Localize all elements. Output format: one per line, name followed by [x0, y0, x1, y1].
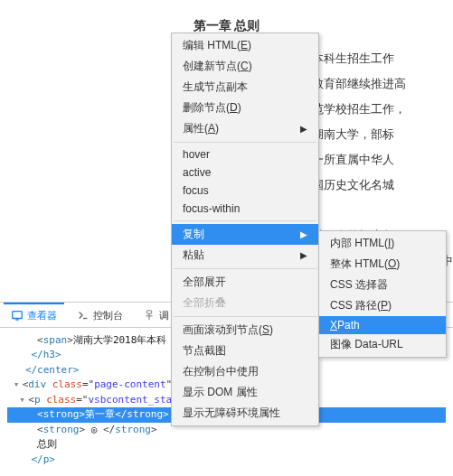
- menu-delete-node[interactable]: 删除节点(D): [172, 98, 318, 118]
- inspector-icon: [11, 309, 24, 322]
- menu-focus-within[interactable]: focus-within: [172, 200, 318, 218]
- menu-hover[interactable]: hover: [172, 145, 318, 163]
- menu-attributes[interactable]: 属性(A)▶: [172, 118, 318, 139]
- submenu-css-selector[interactable]: CSS 选择器: [319, 275, 446, 295]
- tab-label: 控制台: [93, 309, 123, 322]
- separator: [174, 142, 316, 143]
- submenu-xpath[interactable]: XPath: [319, 316, 446, 334]
- menu-collapse-all: 全部折叠: [172, 293, 318, 313]
- submenu-outer-html[interactable]: 整体 HTML(O): [319, 254, 446, 275]
- tab-inspector[interactable]: 查看器: [4, 303, 64, 327]
- chevron-right-icon: ▶: [300, 124, 307, 134]
- separator: [174, 220, 316, 221]
- menu-focus[interactable]: focus: [172, 182, 318, 200]
- tab-label: 查看器: [27, 309, 57, 322]
- menu-edit-html[interactable]: 编辑 HTML(E): [172, 35, 318, 56]
- chevron-right-icon: ▶: [300, 250, 307, 260]
- separator: [174, 268, 316, 269]
- menu-scroll-to-node[interactable]: 画面滚动到节点(S): [172, 320, 318, 341]
- tab-label: 调: [159, 309, 169, 322]
- submenu-image-data-url[interactable]: 图像 Data-URL: [319, 334, 446, 355]
- menu-duplicate[interactable]: 生成节点副本: [172, 77, 318, 98]
- debugger-icon: [143, 309, 156, 322]
- menu-show-a11y[interactable]: 显示无障碍环境属性: [172, 403, 318, 424]
- tab-console[interactable]: 控制台: [70, 303, 130, 327]
- svg-rect-3: [146, 311, 151, 314]
- menu-show-dom[interactable]: 显示 DOM 属性: [172, 382, 318, 403]
- console-icon: [77, 309, 90, 322]
- menu-create-node[interactable]: 创建新节点(C): [172, 56, 318, 77]
- submenu-inner-html[interactable]: 内部 HTML(I): [319, 233, 446, 254]
- copy-submenu: 内部 HTML(I) 整体 HTML(O) CSS 选择器 CSS 路径(P) …: [318, 230, 447, 358]
- submenu-css-path[interactable]: CSS 路径(P): [319, 295, 446, 316]
- menu-active[interactable]: active: [172, 163, 318, 182]
- svg-rect-1: [15, 319, 19, 320]
- context-menu: 编辑 HTML(E) 创建新节点(C) 生成节点副本 删除节点(D) 属性(A)…: [171, 33, 319, 426]
- chevron-right-icon: ▶: [300, 229, 307, 239]
- menu-copy[interactable]: 复制▶: [172, 224, 318, 245]
- menu-expand-all[interactable]: 全部展开: [172, 272, 318, 293]
- separator: [174, 316, 316, 317]
- menu-screenshot-node[interactable]: 节点截图: [172, 341, 318, 361]
- menu-use-in-console[interactable]: 在控制台中使用: [172, 361, 318, 382]
- svg-rect-0: [13, 312, 23, 319]
- menu-paste[interactable]: 粘贴▶: [172, 245, 318, 266]
